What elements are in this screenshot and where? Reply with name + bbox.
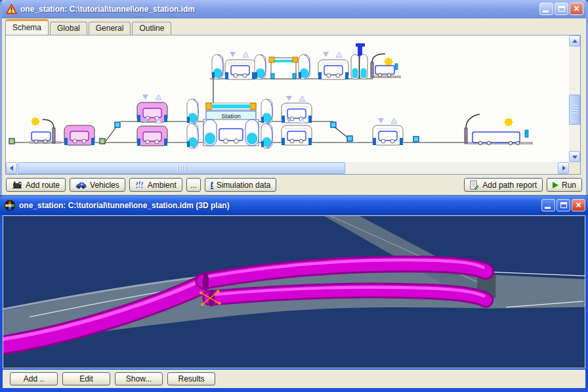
sun-icon xyxy=(31,117,40,126)
station-label: Station xyxy=(221,112,241,120)
schema-window: one_station: C:\tutorial\tunnel\one_stat… xyxy=(0,0,588,195)
schema-frame: Station xyxy=(5,35,581,175)
junction-node[interactable] xyxy=(115,122,120,127)
schema-canvas[interactable]: Station xyxy=(6,35,569,162)
right-portal[interactable] xyxy=(465,114,533,145)
tunnel-segment-pink[interactable] xyxy=(137,126,167,146)
scroll-corner xyxy=(569,162,580,174)
window-title: one_station: C:\tutorial\tunnel\one_stat… xyxy=(17,5,538,14)
plan-window: one_station: C:\tutorial\tunnel\one_stat… xyxy=(0,196,588,392)
main-rows[interactable]: Station xyxy=(9,95,533,148)
top-branch[interactable] xyxy=(212,43,401,79)
maximize-button[interactable] xyxy=(556,199,570,211)
horizontal-scrollbar[interactable] xyxy=(6,162,569,174)
report-icon xyxy=(470,181,479,190)
plan-3d-view[interactable] xyxy=(3,216,585,368)
scroll-left-button[interactable] xyxy=(6,162,17,174)
junction-node[interactable] xyxy=(347,136,352,141)
vertical-scrollbar[interactable] xyxy=(569,35,580,162)
tunnel-segment-pink[interactable] xyxy=(137,102,167,122)
car-icon xyxy=(75,181,87,189)
horizontal-scroll-thumb[interactable] xyxy=(18,162,345,174)
add-route-button[interactable]: Add route xyxy=(6,178,66,192)
tab-schema[interactable]: Schema xyxy=(5,19,49,35)
fan-segment[interactable] xyxy=(351,43,368,79)
results-button[interactable]: Results xyxy=(167,372,215,385)
junction-node[interactable] xyxy=(9,139,14,144)
show-button[interactable]: Show... xyxy=(115,372,163,385)
tab-general[interactable]: General xyxy=(89,22,131,35)
desktop: one_station: C:\tutorial\tunnel\one_stat… xyxy=(0,0,588,392)
window-title: one_station: C:\tutorial\tunnel\one_stat… xyxy=(16,201,540,210)
sun-icon xyxy=(504,118,513,127)
top-right-portal[interactable] xyxy=(371,54,401,78)
tab-outline[interactable]: Outline xyxy=(132,22,171,35)
train-icon xyxy=(12,181,22,189)
maximize-button[interactable] xyxy=(555,3,568,15)
schema-titlebar: one_station: C:\tutorial\tunnel\one_stat… xyxy=(2,0,586,18)
tab-global[interactable]: Global xyxy=(50,22,87,35)
vertical-scroll-thumb[interactable] xyxy=(569,95,580,125)
app-icon xyxy=(4,200,16,211)
ambient-button[interactable]: Ambient xyxy=(129,178,182,192)
tunnel-segment-pink[interactable] xyxy=(64,125,94,145)
plan-titlebar: one_station: C:\tutorial\tunnel\one_stat… xyxy=(0,196,588,215)
plan-viewport xyxy=(3,215,585,368)
sun-icon xyxy=(384,57,393,66)
vehicle[interactable] xyxy=(375,66,394,77)
minimize-button[interactable] xyxy=(541,199,555,211)
warning-icon xyxy=(6,4,17,14)
close-button[interactable]: × xyxy=(570,3,583,15)
tunnel-segment[interactable] xyxy=(282,103,312,123)
cube-segment[interactable] xyxy=(269,57,298,79)
junction-node[interactable] xyxy=(413,137,419,142)
junction-node[interactable] xyxy=(331,122,336,127)
left-portal[interactable] xyxy=(30,117,61,144)
more-button[interactable]: ... xyxy=(186,178,201,192)
run-button[interactable]: Run xyxy=(547,178,582,192)
schema-toolbar: Add route Vehicles xyxy=(6,177,582,193)
tunnel-segment[interactable] xyxy=(282,125,312,145)
simulation-data-icon: t xyxy=(211,181,213,189)
scroll-up-button[interactable] xyxy=(569,35,580,47)
scroll-right-button[interactable] xyxy=(558,162,569,174)
minimize-button[interactable] xyxy=(539,3,553,15)
run-icon xyxy=(553,182,558,188)
plan-toolbar: Add .. Edit Show... Results xyxy=(3,370,585,388)
tunnel-segment[interactable] xyxy=(373,125,403,145)
add-button[interactable]: Add .. xyxy=(10,372,58,385)
close-button[interactable]: × xyxy=(572,199,585,211)
junction-node[interactable] xyxy=(100,139,105,144)
tab-bar: Schema Global General Outline xyxy=(5,19,584,35)
scroll-down-button[interactable] xyxy=(569,151,580,162)
rain-icon xyxy=(135,181,144,189)
edit-button[interactable]: Edit xyxy=(62,372,110,385)
simulation-data-button[interactable]: t Simulation data xyxy=(205,178,277,192)
add-path-report-button[interactable]: Add path report xyxy=(464,178,543,192)
vehicles-button[interactable]: Vehicles xyxy=(70,178,125,192)
station[interactable]: Station xyxy=(203,103,259,146)
